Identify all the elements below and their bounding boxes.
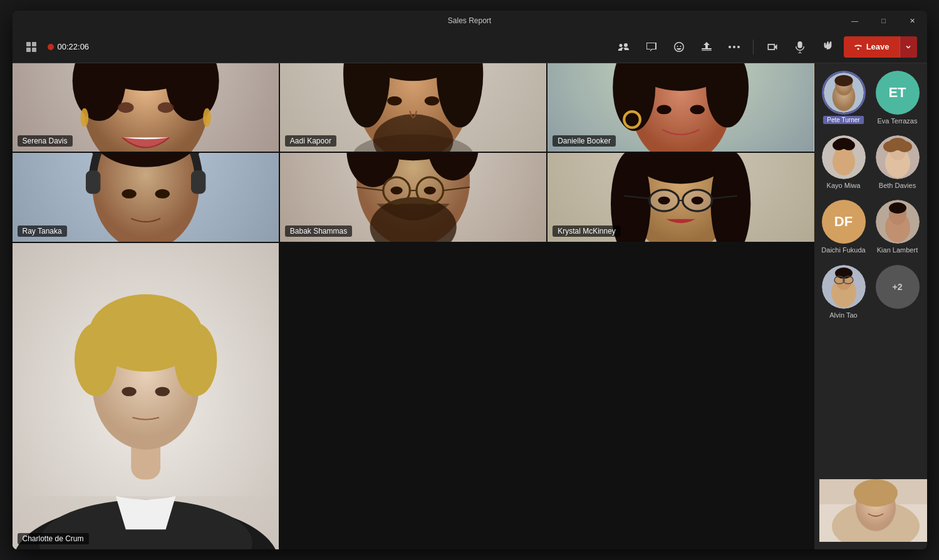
svg-point-16 xyxy=(157,102,174,113)
avatar-more: +2 xyxy=(876,265,920,309)
app-window: Sales Report — □ ✕ 00:22:06 xyxy=(13,11,927,549)
svg-point-57 xyxy=(390,187,402,195)
participant-thumb-eva[interactable]: ET Eva Terrazas xyxy=(873,71,922,125)
svg-point-100 xyxy=(834,75,853,86)
participant-name-ray: Ray Tanaka xyxy=(18,226,67,237)
participant-thumb-kayo[interactable]: Kayo Miwa xyxy=(819,135,868,190)
more-button[interactable] xyxy=(723,36,745,58)
toolbar-left: 00:22:06 xyxy=(23,38,613,56)
more-icon xyxy=(728,45,740,49)
grid-view-button[interactable] xyxy=(23,38,40,56)
bottom-video-strip xyxy=(819,479,927,542)
participant-row-4: Alvin Tao +2 xyxy=(819,265,922,319)
svg-point-30 xyxy=(387,96,402,106)
svg-point-80 xyxy=(690,105,705,114)
svg-point-95 xyxy=(658,197,670,205)
participant-thumb-more[interactable]: +2 xyxy=(873,265,922,311)
video-cell-krystal: Krystal McKinney xyxy=(547,153,814,241)
svg-point-128 xyxy=(856,489,873,504)
participant-row-3: DF Daichi Fukuda Kian Lambert xyxy=(819,200,922,254)
participant-name-danielle: Danielle Booker xyxy=(553,135,616,147)
leave-main[interactable]: Leave xyxy=(844,36,900,58)
maximize-button[interactable]: □ xyxy=(869,11,898,31)
kian-label: Kian Lambert xyxy=(877,246,918,254)
video-feed-charlotte xyxy=(13,243,279,549)
chevron-down-icon xyxy=(905,44,911,50)
person-silhouette-charlotte xyxy=(13,243,279,549)
pete-active-badge: Pete Turner xyxy=(823,116,863,124)
camera-button[interactable] xyxy=(761,36,784,58)
svg-rect-39 xyxy=(190,171,205,194)
people-button[interactable] xyxy=(613,36,635,58)
reactions-icon xyxy=(673,41,685,53)
daichi-label: Daichi Fukuda xyxy=(821,246,865,254)
toolbar-right: Leave xyxy=(613,36,917,58)
svg-point-67 xyxy=(174,323,217,396)
kayo-label: Kayo Miwa xyxy=(827,182,861,190)
video-cell-serena: Serena Davis xyxy=(13,63,279,152)
svg-point-15 xyxy=(118,102,134,113)
participant-thumb-kian[interactable]: Kian Lambert xyxy=(873,200,922,254)
svg-rect-38 xyxy=(85,171,100,194)
video-grid: Serena Davis xyxy=(13,63,814,549)
beth-photo xyxy=(876,135,920,179)
avatar-daichi: DF xyxy=(822,200,866,244)
svg-point-120 xyxy=(835,267,853,279)
video-cell-ray: Ray Tanaka xyxy=(13,153,279,241)
svg-point-58 xyxy=(424,187,436,195)
participant-thumb-pete[interactable]: Pete Turner xyxy=(819,71,868,124)
leave-label: Leave xyxy=(866,42,890,51)
svg-rect-5 xyxy=(797,41,802,48)
pete-photo xyxy=(824,71,864,115)
window-title: Sales Report xyxy=(448,16,491,25)
participant-thumb-daichi[interactable]: DF Daichi Fukuda xyxy=(819,200,868,254)
share-tray-button[interactable] xyxy=(695,36,718,58)
video-cell-babak: Babak Shammas xyxy=(280,153,546,241)
svg-rect-1 xyxy=(702,50,712,51)
chat-button[interactable] xyxy=(640,36,663,58)
raise-hand-button[interactable] xyxy=(816,36,839,58)
participant-name-babak: Babak Shammas xyxy=(285,226,352,237)
leave-chevron-button[interactable] xyxy=(900,36,917,58)
participant-row-2: Kayo Miwa Beth Davies xyxy=(819,135,922,190)
avatar-kian xyxy=(876,200,920,244)
svg-point-17 xyxy=(80,108,88,127)
mic-button[interactable] xyxy=(789,36,811,58)
participant-thumb-alvin[interactable]: Alvin Tao xyxy=(819,265,868,319)
title-bar: Sales Report — □ ✕ xyxy=(13,11,927,31)
toolbar-divider xyxy=(753,39,754,54)
avatar-pete xyxy=(822,71,866,115)
kayo-photo xyxy=(822,135,866,179)
avatar-kayo xyxy=(822,135,866,179)
svg-point-66 xyxy=(74,323,117,396)
svg-point-68 xyxy=(122,387,136,397)
share-icon xyxy=(700,41,713,53)
participant-name-krystal: Krystal McKinney xyxy=(553,226,621,237)
svg-point-40 xyxy=(122,189,136,199)
svg-point-116 xyxy=(889,202,906,214)
svg-point-18 xyxy=(203,108,211,127)
svg-point-41 xyxy=(155,189,169,199)
eva-label: Eva Terrazas xyxy=(878,117,918,125)
svg-point-112 xyxy=(897,141,912,152)
svg-point-111 xyxy=(883,141,898,152)
svg-point-6 xyxy=(857,48,859,49)
svg-point-3 xyxy=(733,46,735,48)
bottom-video-feed xyxy=(819,479,927,542)
minimize-button[interactable]: — xyxy=(841,11,869,31)
svg-point-79 xyxy=(657,105,672,114)
participant-thumb-beth[interactable]: Beth Davies xyxy=(873,135,922,190)
main-content: Serena Davis xyxy=(13,63,927,549)
svg-point-129 xyxy=(878,489,896,504)
svg-rect-37 xyxy=(92,153,199,154)
recording-dot xyxy=(48,44,54,50)
alvin-label: Alvin Tao xyxy=(829,311,857,319)
svg-point-4 xyxy=(737,46,740,48)
reactions-button[interactable] xyxy=(668,36,690,58)
grid-icon xyxy=(26,42,36,52)
raise-hand-icon xyxy=(822,41,833,53)
participant-row-1: Pete Turner ET Eva Terrazas xyxy=(819,71,922,125)
leave-button[interactable]: Leave xyxy=(844,36,917,58)
avatar-alvin xyxy=(822,265,866,309)
close-button[interactable]: ✕ xyxy=(898,11,927,31)
